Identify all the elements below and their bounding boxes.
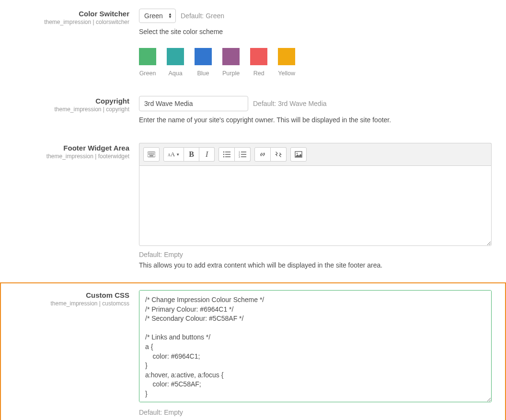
setting-row-copyright: Copyright theme_impression | copyright D… xyxy=(14,96,492,124)
copyright-default: Default: 3rd Wave Media xyxy=(253,100,327,107)
svg-rect-6 xyxy=(149,154,150,155)
toolbar-numbered-list-button[interactable]: 123 xyxy=(235,147,251,162)
color-swatch-box xyxy=(250,48,267,65)
toolbar-unlink-button[interactable] xyxy=(271,147,287,162)
custom-css-textarea[interactable] xyxy=(139,290,492,402)
svg-text:3: 3 xyxy=(239,155,240,158)
bullet-list-icon xyxy=(223,151,230,158)
copyright-label: Copyright xyxy=(14,97,129,105)
unlink-icon xyxy=(275,151,282,158)
color-swatch-box xyxy=(278,48,295,65)
image-icon xyxy=(295,151,302,158)
color-swatch-label: Blue xyxy=(195,70,212,77)
control-col: Default: 3rd Wave Media Enter the name o… xyxy=(139,96,492,124)
control-col: Green ▲▼ Default: Green Select the site … xyxy=(139,9,492,77)
color-swatch-box xyxy=(139,48,156,65)
color-swatch[interactable]: Blue xyxy=(195,48,212,77)
custom-css-default: Default: Empty xyxy=(139,408,492,416)
svg-rect-8 xyxy=(151,154,152,155)
footer-widget-label: Footer Widget Area xyxy=(14,144,129,152)
color-swatch[interactable]: Aqua xyxy=(167,48,184,77)
toolbar-link-button[interactable] xyxy=(254,147,271,162)
label-col: Copyright theme_impression | copyright xyxy=(14,96,139,124)
svg-rect-11 xyxy=(150,155,153,156)
label-col: Footer Widget Area theme_impression | fo… xyxy=(14,143,139,269)
color-swatch-label: Aqua xyxy=(167,70,184,77)
svg-rect-21 xyxy=(241,154,246,155)
setting-row-custom-css: Custom CSS theme_impression | customcss … xyxy=(0,282,506,420)
italic-icon: I xyxy=(206,150,208,159)
svg-rect-5 xyxy=(154,153,154,154)
color-swatch-box xyxy=(167,48,184,65)
svg-point-16 xyxy=(223,156,225,158)
link-icon xyxy=(259,151,266,158)
color-swatch[interactable]: Yellow xyxy=(278,48,295,77)
color-swatch[interactable]: Green xyxy=(139,48,156,77)
svg-rect-15 xyxy=(225,154,230,155)
toolbar-italic-button[interactable]: I xyxy=(199,147,215,162)
label-col: Custom CSS theme_impression | customcss xyxy=(14,290,139,420)
label-col: Color Switcher theme_impression | colors… xyxy=(14,9,139,77)
svg-rect-17 xyxy=(225,156,230,157)
color-swatch[interactable]: Purple xyxy=(222,48,240,77)
svg-rect-3 xyxy=(151,153,152,154)
svg-rect-23 xyxy=(241,156,246,157)
color-swatch-box xyxy=(195,48,212,65)
control-col: AA▼ B I 123 xyxy=(139,143,492,269)
color-switcher-select[interactable]: Green xyxy=(139,9,176,23)
svg-rect-10 xyxy=(154,154,154,155)
color-swatch-label: Yellow xyxy=(278,70,295,77)
color-switcher-label: Color Switcher xyxy=(14,10,129,18)
color-swatch-label: Red xyxy=(250,70,267,77)
toolbar-bold-button[interactable]: B xyxy=(184,147,199,162)
editor-toolbar: AA▼ B I 123 xyxy=(139,143,492,165)
setting-row-color-switcher: Color Switcher theme_impression | colors… xyxy=(14,9,492,77)
control-col: Default: Empty Use this to add any CSS c… xyxy=(139,290,492,420)
bold-icon: B xyxy=(189,150,194,159)
svg-point-12 xyxy=(223,152,225,153)
color-swatch[interactable]: Red xyxy=(250,48,267,77)
footer-widget-path: theme_impression | footerwidget xyxy=(14,153,129,160)
color-switcher-description: Select the site color scheme xyxy=(139,28,492,35)
svg-rect-1 xyxy=(149,153,150,154)
font-family-icon: AA xyxy=(168,151,175,158)
copyright-path: theme_impression | copyright xyxy=(14,106,129,113)
custom-css-path: theme_impression | customcss xyxy=(14,300,129,307)
toolbar-source-button[interactable] xyxy=(143,147,160,162)
copyright-description: Enter the name of your site's copyright … xyxy=(139,116,492,124)
color-swatch-label: Green xyxy=(139,70,156,77)
toolbar-bullet-list-button[interactable] xyxy=(218,147,235,162)
svg-rect-19 xyxy=(241,152,246,152)
setting-row-footer-widget: Footer Widget Area theme_impression | fo… xyxy=(14,143,492,269)
toolbar-image-button[interactable] xyxy=(290,147,307,162)
svg-point-14 xyxy=(223,154,225,155)
svg-rect-7 xyxy=(150,154,151,155)
svg-point-25 xyxy=(297,153,298,154)
color-swatch-label: Purple xyxy=(222,70,240,77)
color-switcher-path: theme_impression | colorswitcher xyxy=(14,19,129,25)
chevron-down-icon: ▼ xyxy=(176,152,180,157)
keyboard-icon xyxy=(148,151,155,158)
color-swatch-list: GreenAquaBluePurpleRedYellow xyxy=(139,48,492,77)
svg-rect-4 xyxy=(152,153,153,154)
svg-rect-2 xyxy=(150,153,151,154)
footer-widget-default: Default: Empty xyxy=(139,251,492,258)
svg-rect-9 xyxy=(152,154,153,155)
toolbar-font-button[interactable]: AA▼ xyxy=(163,147,184,162)
custom-css-label: Custom CSS xyxy=(14,291,129,299)
footer-widget-description: This allows you to add extra content whi… xyxy=(139,261,492,269)
numbered-list-icon: 123 xyxy=(239,151,246,158)
color-switcher-default: Default: Green xyxy=(181,12,224,20)
copyright-input[interactable] xyxy=(139,96,248,111)
svg-rect-13 xyxy=(225,152,230,152)
color-swatch-box xyxy=(222,48,240,65)
footer-widget-editor[interactable] xyxy=(139,165,492,246)
